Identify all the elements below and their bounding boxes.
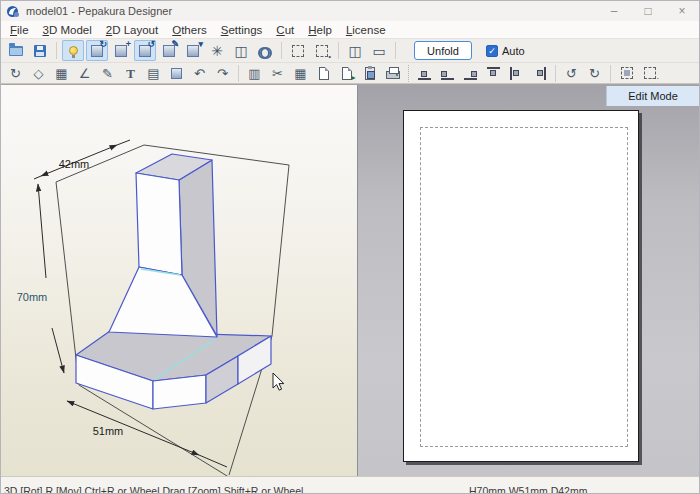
- mouse-cursor: [273, 373, 284, 390]
- group-select-icon[interactable]: [616, 64, 637, 83]
- texture-settings-icon[interactable]: [166, 64, 187, 83]
- change-shape-icon[interactable]: ◇: [28, 64, 49, 83]
- open-file-icon[interactable]: [5, 40, 27, 61]
- two-pane-layout-icon[interactable]: ◫: [344, 40, 366, 61]
- orbit-camera-icon[interactable]: ↻: [86, 40, 108, 61]
- pepakura-window: model01 - Pepakura Designer – □ × File 3…: [0, 0, 700, 494]
- rotate-part-cw-icon[interactable]: ↻: [584, 64, 605, 83]
- show-light-icon[interactable]: [62, 40, 84, 61]
- column-front-face: [136, 173, 182, 275]
- fill-color-icon[interactable]: ▾: [182, 40, 204, 61]
- arrange-parts-icon[interactable]: ▦: [290, 64, 311, 83]
- flip-edge-icon[interactable]: ✎: [97, 64, 118, 83]
- check-layout-icon[interactable]: ▥: [244, 64, 265, 83]
- paint-model-icon[interactable]: ✎: [158, 40, 180, 61]
- main-area: 42mm 70mm 51mm Edit Mode: [1, 84, 699, 476]
- window-title: model01 - Pepakura Designer: [26, 5, 172, 17]
- move-model-icon[interactable]: +: [110, 40, 132, 61]
- sync-views-icon[interactable]: [254, 40, 276, 61]
- edit-mode-tab[interactable]: Edit Mode: [606, 86, 699, 106]
- align-top-icon[interactable]: [483, 64, 504, 83]
- toolbar-separator: [395, 42, 396, 59]
- save-file-icon[interactable]: [29, 40, 51, 61]
- menu-bar: File 3D Model 2D Layout Others Settings …: [1, 21, 699, 38]
- dimension-height-label: 70mm: [17, 291, 48, 303]
- status-bar: 3D [Rot] R [Mov] Ctrl+R or Wheel Drag [Z…: [1, 476, 699, 493]
- toolbar-separator: [610, 65, 611, 82]
- 3d-viewport[interactable]: 42mm 70mm 51mm: [1, 85, 358, 476]
- main-toolbar: ↻ + ↺ ✎ ▾ ✳ ◫ • ◫ ▭ Unfold ✓ Auto: [1, 38, 699, 62]
- menu-item-cut[interactable]: Cut: [269, 23, 301, 37]
- mouse-hint-text: 3D [Rot] R [Mov] Ctrl+R or Wheel Drag [Z…: [4, 485, 303, 493]
- toolbar-separator: [281, 42, 282, 59]
- edit-edge-icon[interactable]: ∠: [74, 64, 95, 83]
- model-mesh: [76, 154, 271, 409]
- menu-item-2d-layout[interactable]: 2D Layout: [99, 23, 165, 37]
- menu-item-file[interactable]: File: [3, 23, 36, 37]
- align-bottom-left-icon[interactable]: [437, 64, 458, 83]
- divide-face-icon[interactable]: ✂: [267, 64, 288, 83]
- align-bottom-right-icon[interactable]: [460, 64, 481, 83]
- toolbar-separator: [56, 42, 57, 59]
- base-front-face: [153, 375, 206, 409]
- model-size-text: H70mm W51mm D42mm: [469, 485, 587, 493]
- menu-item-settings[interactable]: Settings: [214, 23, 270, 37]
- menu-item-help[interactable]: Help: [301, 23, 339, 37]
- app-icon: [6, 5, 20, 18]
- edit-toolbar: ↻ ◇ ▦ ∠ ✎ T ▤ ↶ ↷ ▥ ✂ ▦ ▸ ↺ ↻ ⋯: [1, 62, 699, 84]
- insert-image-icon[interactable]: ▤: [143, 64, 164, 83]
- page-margin-guide: [420, 127, 628, 447]
- maximize-button[interactable]: □: [631, 1, 665, 21]
- add-page-icon[interactable]: [313, 64, 334, 83]
- rotate-model-icon[interactable]: ↺: [134, 40, 156, 61]
- undo-icon[interactable]: ↶: [189, 64, 210, 83]
- minimize-icon: –: [611, 4, 618, 18]
- toolbar-separator: [555, 65, 556, 82]
- insert-text-icon[interactable]: T: [120, 64, 141, 83]
- edit-mode-label: Edit Mode: [628, 90, 678, 102]
- update-3d-icon[interactable]: ↻: [5, 64, 26, 83]
- show-axes-icon[interactable]: ✳: [206, 40, 228, 61]
- pattern-page[interactable]: [403, 110, 639, 462]
- dimension-width-label: 42mm: [59, 158, 90, 170]
- auto-unfold-toggle[interactable]: ✓ Auto: [486, 45, 525, 57]
- menu-item-others[interactable]: Others: [165, 23, 214, 37]
- align-left-icon[interactable]: [506, 64, 527, 83]
- 3d-model-canvas: 42mm 70mm 51mm: [1, 85, 358, 479]
- minimize-button[interactable]: –: [597, 1, 631, 21]
- window-controls: – □ ×: [597, 1, 699, 21]
- menu-item-3d-model[interactable]: 3D Model: [36, 23, 99, 37]
- 2d-layout-pane[interactable]: Edit Mode: [358, 85, 699, 476]
- rotate-part-ccw-icon[interactable]: ↺: [561, 64, 582, 83]
- print-icon[interactable]: [382, 64, 403, 83]
- auto-checkbox-label: Auto: [502, 45, 525, 57]
- close-icon: ×: [678, 4, 685, 18]
- toolbar-separator: [408, 65, 409, 82]
- align-right-icon[interactable]: [529, 64, 550, 83]
- title-bar: model01 - Pepakura Designer – □ ×: [1, 1, 699, 21]
- toolbar-separator: [338, 42, 339, 59]
- dimension-depth-label: 51mm: [93, 425, 124, 437]
- ungroup-select-icon[interactable]: ⋯: [639, 64, 660, 83]
- select-region-icon[interactable]: [287, 40, 309, 61]
- paste-part-icon[interactable]: [359, 64, 380, 83]
- select-region-options-icon[interactable]: •: [311, 40, 333, 61]
- single-pane-layout-icon[interactable]: ▭: [368, 40, 390, 61]
- redo-icon[interactable]: ↷: [212, 64, 233, 83]
- auto-checkbox[interactable]: ✓: [486, 45, 498, 57]
- edit-flaps-icon[interactable]: ▦: [51, 64, 72, 83]
- split-view-icon[interactable]: ◫: [230, 40, 252, 61]
- menu-item-license[interactable]: License: [339, 23, 393, 37]
- unfold-button[interactable]: Unfold: [414, 41, 472, 60]
- maximize-icon: □: [644, 4, 651, 18]
- align-bottom-icon[interactable]: [414, 64, 435, 83]
- move-page-icon[interactable]: ▸: [336, 64, 357, 83]
- toolbar-separator: [238, 65, 239, 82]
- close-button[interactable]: ×: [665, 1, 699, 21]
